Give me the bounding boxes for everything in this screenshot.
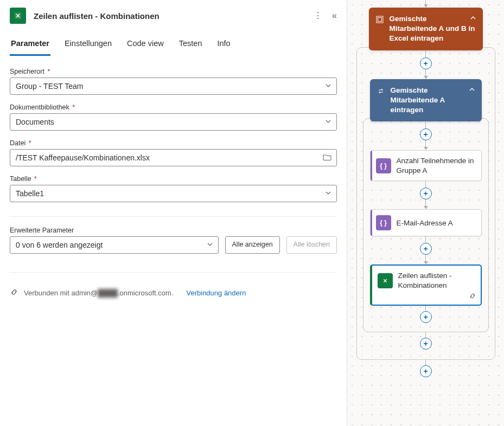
scope-icon	[375, 15, 384, 24]
divider	[10, 216, 337, 217]
action-card[interactable]: { } E-Mail-Adresse A	[370, 209, 482, 236]
file-input[interactable]: /TEST Kaffeepause/Kombinationen.xlsx	[10, 149, 337, 166]
link-icon	[469, 292, 476, 301]
connection-row: Verbunden mit admin@████.onmicrosoft.com…	[10, 288, 337, 298]
add-step-button[interactable]: +	[420, 128, 432, 140]
add-step-button[interactable]: +	[420, 243, 432, 255]
location-label: Speicherort *	[10, 68, 337, 75]
flow-canvas[interactable]: Gemischte Mitarbeitende A und B in Excel…	[347, 0, 504, 426]
details-panel: Zeilen auflisten - Kombinationen ⋮ « Par…	[0, 0, 347, 426]
tabs: Parameter Einstellungen Code view Testen…	[0, 29, 347, 56]
scope-outer-title: Gemischte Mitarbeitende A und B in Excel…	[390, 14, 475, 44]
chevron-up-icon[interactable]	[470, 14, 476, 23]
add-step-button[interactable]: +	[420, 365, 432, 377]
link-icon	[10, 288, 18, 298]
data-operation-icon: { }	[376, 158, 391, 173]
scope-inner-title: Gemischte Mitarbeitende A eintragen	[391, 86, 474, 115]
action-card[interactable]: { } Anzahl Teilnehmende in Gruppe A	[370, 150, 482, 181]
location-select[interactable]: Group - TEST Team	[10, 78, 337, 95]
action-title: Anzahl Teilnehmende in Gruppe A	[397, 156, 475, 175]
excel-icon	[378, 273, 393, 288]
table-label: Tabelle *	[10, 175, 337, 183]
action-title: E-Mail-Adresse A	[397, 218, 453, 228]
change-connection-link[interactable]: Verbindung ändern	[187, 289, 246, 297]
tab-parameter[interactable]: Parameter	[10, 35, 50, 56]
tab-info[interactable]: Info	[216, 35, 231, 56]
divider	[10, 272, 337, 273]
doclib-select[interactable]: Documents	[10, 113, 337, 131]
scope-inner-body: + { } Anzahl Teilnehmende in Gruppe A + …	[363, 118, 489, 332]
add-step-button[interactable]: +	[420, 311, 432, 323]
data-operation-icon: { }	[376, 215, 391, 230]
chevron-up-icon[interactable]	[469, 86, 475, 94]
tab-settings[interactable]: Einstellungen	[63, 35, 113, 56]
panel-header: Zeilen auflisten - Kombinationen ⋮ «	[0, 0, 347, 29]
add-step-button[interactable]: +	[420, 57, 432, 69]
advanced-select[interactable]: 0 von 6 werden angezeigt	[10, 236, 219, 254]
tab-codeview[interactable]: Code view	[126, 35, 165, 56]
scope-inner[interactable]: Gemischte Mitarbeitende A eintragen	[370, 79, 482, 122]
scope-outer[interactable]: Gemischte Mitarbeitende A und B in Excel…	[369, 8, 483, 50]
action-title: Zeilen auflisten - Kombinationen	[398, 271, 474, 290]
table-select[interactable]: Tabelle1	[10, 185, 337, 202]
collapse-icon[interactable]: «	[332, 11, 337, 20]
show-all-button[interactable]: Alle anzeigen	[225, 236, 280, 254]
add-step-button[interactable]: +	[420, 188, 432, 199]
connection-text: Verbunden mit admin@████.onmicrosoft.com…	[24, 289, 174, 297]
loop-icon	[377, 87, 385, 95]
clear-all-button: Alle löschen	[286, 236, 337, 254]
arrow-icon	[424, 76, 428, 79]
svg-rect-3	[378, 18, 381, 22]
doclib-label: Dokumentbibliothek *	[10, 104, 337, 111]
action-card-selected[interactable]: Zeilen auflisten - Kombinationen	[370, 264, 482, 305]
form-body: Speicherort * Group - TEST Team Dokument…	[0, 56, 347, 298]
add-step-button[interactable]: +	[420, 338, 432, 350]
tab-testen[interactable]: Testen	[178, 35, 203, 56]
svg-rect-2	[377, 16, 383, 23]
panel-title: Zeilen auflisten - Kombinationen	[34, 11, 314, 21]
scope-outer-body: + Gemischte Mitarbeitende A eintragen +	[356, 47, 495, 360]
excel-icon	[10, 8, 26, 24]
file-label: Datei *	[10, 139, 337, 147]
advanced-label: Erweiterte Parameter	[10, 227, 337, 234]
more-icon[interactable]: ⋮	[314, 11, 322, 20]
